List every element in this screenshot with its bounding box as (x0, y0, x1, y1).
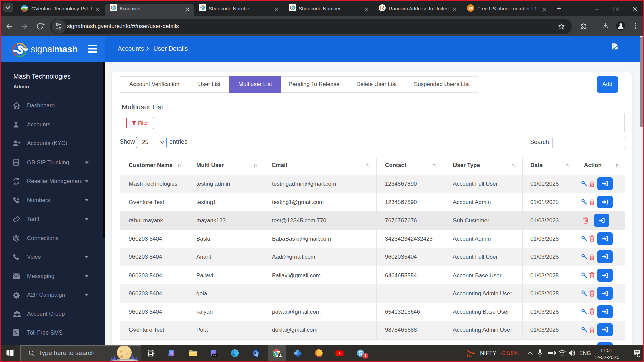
svg-text:M365: M365 (213, 354, 217, 356)
